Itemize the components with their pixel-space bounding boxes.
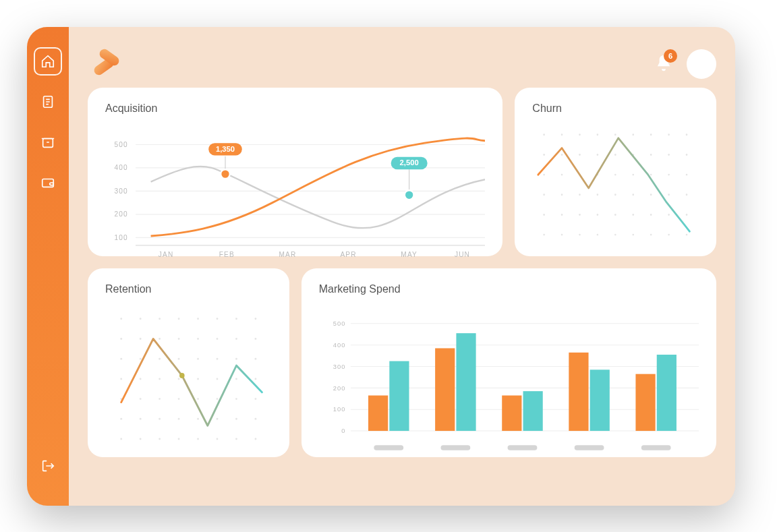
- svg-rect-161: [456, 333, 476, 431]
- logout-icon: [40, 459, 55, 473]
- svg-point-93: [197, 318, 199, 320]
- svg-point-140: [178, 438, 180, 440]
- svg-point-106: [140, 358, 142, 360]
- svg-point-114: [140, 378, 142, 380]
- svg-point-137: [120, 438, 122, 440]
- card-title: Churn: [532, 102, 699, 115]
- svg-point-133: [197, 418, 199, 420]
- svg-point-65: [597, 194, 599, 196]
- svg-rect-170: [507, 445, 537, 450]
- svg-point-39: [614, 134, 616, 136]
- svg-point-47: [597, 154, 599, 156]
- svg-point-67: [633, 194, 635, 196]
- app-logo: [88, 47, 128, 81]
- topbar: 6: [88, 40, 716, 88]
- card-title: Retention: [105, 283, 272, 295]
- svg-point-42: [668, 134, 670, 136]
- svg-rect-169: [440, 445, 470, 450]
- svg-text:100: 100: [333, 405, 345, 413]
- svg-point-89: [120, 318, 122, 320]
- svg-point-60: [668, 174, 670, 176]
- svg-point-136: [255, 418, 257, 420]
- svg-text:200: 200: [333, 384, 345, 391]
- svg-point-83: [597, 234, 599, 236]
- svg-text:0: 0: [341, 427, 345, 434]
- avatar[interactable]: [687, 49, 716, 79]
- svg-point-72: [561, 214, 563, 216]
- svg-point-86: [650, 234, 652, 236]
- svg-point-68: [650, 194, 652, 196]
- svg-text:300: 300: [333, 363, 345, 370]
- svg-text:JUN: JUN: [455, 251, 470, 258]
- svg-rect-167: [656, 355, 676, 431]
- svg-point-82: [579, 234, 581, 236]
- retention-chart: [105, 302, 272, 442]
- svg-point-97: [120, 338, 122, 340]
- svg-point-127: [235, 398, 237, 400]
- svg-point-54: [561, 174, 563, 176]
- svg-point-43: [686, 134, 688, 136]
- svg-point-38: [597, 134, 599, 136]
- svg-point-40: [633, 134, 635, 136]
- dashboard-grid: Acquisition 100 200 300 400 500: [88, 88, 716, 492]
- card-marketing: Marketing Spend 0 100 200 300 400 500: [301, 268, 716, 457]
- svg-point-124: [178, 398, 180, 400]
- svg-text:MAR: MAR: [279, 251, 296, 258]
- document-icon: [40, 94, 55, 109]
- svg-point-44: [544, 154, 546, 156]
- svg-point-45: [561, 154, 563, 156]
- svg-point-59: [650, 174, 652, 176]
- sidebar: [27, 27, 69, 506]
- svg-text:MAY: MAY: [401, 251, 418, 258]
- svg-rect-172: [641, 445, 670, 450]
- sidebar-item-document[interactable]: [34, 88, 62, 116]
- svg-rect-165: [589, 370, 609, 431]
- svg-point-78: [668, 214, 670, 216]
- svg-point-62: [544, 194, 546, 196]
- svg-rect-163: [523, 391, 542, 431]
- svg-point-112: [255, 358, 257, 360]
- svg-text:JAN: JAN: [159, 251, 174, 258]
- churn-chart: [532, 121, 699, 241]
- sidebar-item-home[interactable]: [34, 47, 62, 76]
- notifications-button[interactable]: 6: [654, 53, 673, 75]
- svg-point-98: [140, 338, 142, 340]
- svg-rect-4: [43, 139, 53, 148]
- svg-rect-164: [569, 353, 588, 431]
- sidebar-item-wallet[interactable]: [34, 169, 62, 197]
- svg-point-85: [633, 234, 635, 236]
- svg-point-129: [120, 418, 122, 420]
- main-area: 6 Acquisition 100 200 300 400 500: [69, 27, 735, 506]
- svg-point-145: [179, 373, 185, 378]
- svg-point-138: [140, 438, 142, 440]
- svg-point-117: [197, 378, 199, 380]
- svg-point-64: [579, 194, 581, 196]
- svg-point-122: [140, 398, 142, 400]
- svg-point-99: [159, 338, 161, 340]
- sidebar-item-archive[interactable]: [34, 128, 62, 156]
- svg-rect-168: [374, 445, 403, 450]
- svg-point-84: [614, 234, 616, 236]
- svg-point-70: [686, 194, 688, 196]
- svg-point-109: [197, 358, 199, 360]
- svg-text:500: 500: [115, 141, 128, 148]
- svg-rect-159: [389, 361, 409, 431]
- sidebar-item-logout[interactable]: [34, 452, 62, 480]
- notification-badge: 6: [664, 49, 677, 63]
- marketing-chart: 0 100 200 300 400 500: [319, 302, 699, 460]
- svg-point-141: [197, 438, 199, 440]
- acquisition-chart: 100 200 300 400 500: [105, 121, 485, 261]
- svg-point-69: [668, 194, 670, 196]
- svg-point-79: [686, 214, 688, 216]
- svg-point-101: [197, 338, 199, 340]
- svg-point-135: [235, 418, 237, 420]
- svg-point-80: [544, 234, 546, 236]
- svg-rect-160: [435, 348, 455, 431]
- card-acquisition: Acquisition 100 200 300 400 500: [88, 88, 502, 256]
- svg-point-118: [217, 378, 219, 380]
- svg-point-58: [633, 174, 635, 176]
- svg-point-116: [178, 378, 180, 380]
- svg-point-113: [120, 378, 122, 380]
- svg-rect-171: [574, 445, 604, 450]
- svg-point-126: [217, 398, 219, 400]
